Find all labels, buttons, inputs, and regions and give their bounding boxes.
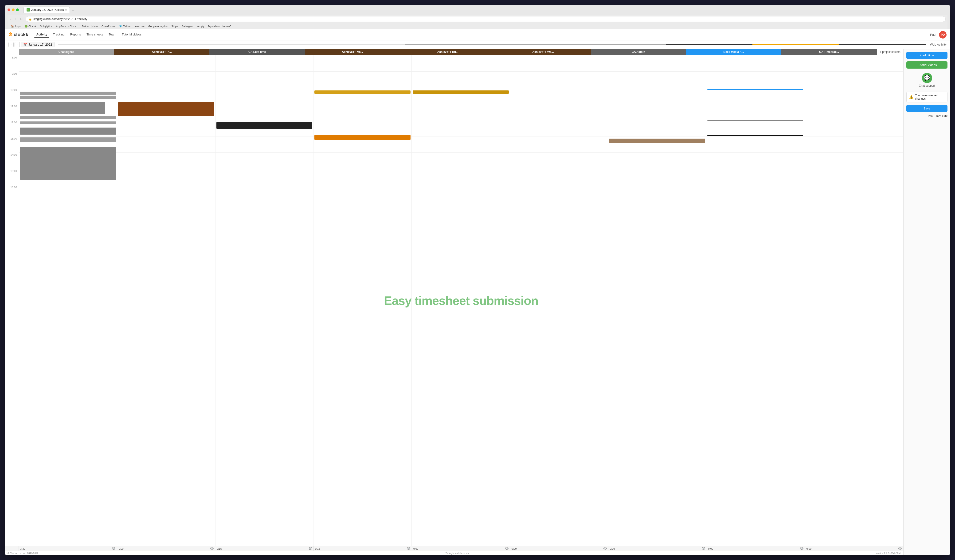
bottom-col-6: 0:00 💬: [608, 546, 707, 551]
block-ga-lost-1[interactable]: [216, 122, 313, 129]
block-ga-admin-1[interactable]: [609, 139, 705, 143]
total-unassigned: 3:30: [20, 547, 25, 550]
block-bexx-2[interactable]: [707, 120, 803, 120]
time-label-1000: 10:00: [5, 88, 19, 104]
tab-reports[interactable]: Reports: [68, 32, 83, 38]
logo-text: clockk: [14, 32, 28, 38]
bookmark-appsumo[interactable]: AppSumo - Clock...: [55, 24, 80, 28]
time-label-1200: 12:00: [5, 120, 19, 136]
user-name: Paul: [930, 33, 936, 36]
block-unassigned-5[interactable]: [20, 122, 116, 124]
footer: © Clockk.com Inc. 2017-2022 ? - keyboard…: [5, 551, 903, 555]
forward-button[interactable]: ›: [14, 17, 17, 21]
bookmark-openphone[interactable]: OpenPhone: [100, 24, 117, 28]
version-text: version 2.7.6+76de00fd: [876, 552, 900, 555]
tab-team[interactable]: Team: [106, 32, 119, 38]
time-label-800: 8:00: [5, 55, 19, 71]
total-achieve-bu: 0:00: [413, 547, 418, 550]
timeline-scroll[interactable]: 8:00 9:00 10:00 11:00 12:00 13:00 14:00 …: [5, 55, 903, 546]
grid-col-achieve-ma: [313, 55, 412, 546]
user-avatar[interactable]: PD: [939, 31, 947, 39]
block-unassigned-6[interactable]: [20, 128, 116, 135]
unsaved-changes-notice: ⚠️ You have unsaved changes: [906, 92, 947, 102]
header-right: Paul PD: [930, 31, 947, 39]
right-sidebar: + add time Tutorial videos 💬 Chat suppor…: [903, 49, 950, 555]
block-achieve-ma-1[interactable]: [315, 91, 410, 94]
block-unassigned-1[interactable]: [20, 92, 116, 95]
add-project-column[interactable]: + project column: [877, 49, 903, 55]
bottom-col-2: 0:15 💬: [215, 546, 313, 551]
total-achieve-ma: 0:15: [315, 547, 320, 550]
bookmark-shittylytics[interactable]: Shittylytics: [39, 24, 53, 28]
tab-favicon: 🟢: [27, 8, 30, 11]
bookmark-better-uptime[interactable]: Better Uptime: [81, 24, 99, 28]
close-traffic-light[interactable]: [8, 8, 10, 11]
grid-col-unassigned: [19, 55, 117, 546]
prev-date-button[interactable]: ‹: [8, 42, 14, 47]
clockk-bm-icon: 🟢: [24, 25, 28, 28]
columns-scroll: Unassigned Achieve++ Pl... GA Lost time …: [19, 49, 903, 55]
browser-tab[interactable]: 🟢 January 17, 2022 | Clockk ×: [23, 6, 70, 13]
twitter-icon: 🐦: [119, 25, 122, 28]
back-button[interactable]: ‹: [9, 17, 13, 21]
refresh-button[interactable]: ↻: [19, 17, 24, 21]
block-unassigned-7[interactable]: [20, 138, 116, 142]
bottom-col-3: 0:15 💬: [314, 546, 412, 551]
col-header-ga-admin: GA Admin: [591, 49, 686, 55]
block-unassigned-3[interactable]: [20, 102, 105, 114]
calendar-icon: 📅: [23, 43, 27, 46]
bookmark-apps[interactable]: 🏠 Apps: [9, 24, 22, 28]
block-unassigned-4[interactable]: [20, 116, 116, 119]
warning-icon: ⚠️: [909, 95, 914, 99]
time-gutter-header: [5, 49, 19, 55]
address-bar[interactable]: 🔒 staging.clockk.com/day/2022-01-17/acti…: [26, 16, 946, 22]
grid-col-achieve-we: [510, 55, 608, 546]
maximize-traffic-light[interactable]: [16, 8, 19, 11]
total-ga-admin: 0:00: [610, 547, 615, 550]
grid-col-ga-lost: [215, 55, 313, 546]
block-unassigned-2[interactable]: [20, 95, 116, 99]
time-label-1500: 15:00: [5, 169, 19, 185]
traffic-lights: [8, 8, 19, 11]
tutorial-videos-button[interactable]: Tutorial videos: [906, 61, 947, 69]
block-bexx-3[interactable]: [707, 135, 803, 136]
bookmark-amply[interactable]: Amply: [196, 24, 206, 28]
total-time-value: 1:30: [942, 114, 947, 118]
grid-col-achieve-bu: [412, 55, 510, 546]
block-achieve-pl-1[interactable]: [118, 102, 214, 116]
tab-tracking[interactable]: Tracking: [50, 32, 67, 38]
bookmark-twitter[interactable]: 🐦 Twitter: [118, 24, 132, 28]
date-display[interactable]: 📅 January 17, 2022: [21, 42, 55, 47]
block-achieve-bu-1[interactable]: [413, 91, 509, 94]
block-bexx-1[interactable]: [707, 89, 803, 90]
bookmark-intercom[interactable]: Intercom: [133, 24, 146, 28]
date-navigation: ‹ › 📅 January 17, 2022: [8, 42, 55, 47]
tab-timesheets[interactable]: Time sheets: [84, 32, 105, 38]
total-achieve-we: 0:00: [512, 547, 517, 550]
bookmark-stripe[interactable]: Stripe: [170, 24, 180, 28]
new-tab-button[interactable]: +: [70, 8, 76, 13]
chat-support-section[interactable]: 💬 Chat support: [906, 71, 947, 89]
tab-activity[interactable]: Activity: [34, 32, 50, 38]
tab-close-icon[interactable]: ×: [65, 8, 67, 11]
copyright-text: © Clockk.com Inc. 2017-2022: [8, 552, 38, 555]
bottom-bar: 3:30 💬 1:00 💬 0:15 💬 0:15 💬: [5, 546, 903, 551]
minimize-traffic-light[interactable]: [12, 8, 14, 11]
block-achieve-ma-2[interactable]: [315, 135, 410, 140]
bookmarks-bar: 🏠 Apps 🟢 Clockk Shittylytics AppSumo - C…: [8, 23, 947, 29]
save-button[interactable]: Save: [906, 105, 947, 112]
bottom-col-1: 1:00 💬: [117, 546, 215, 551]
grid-col-bexx: [706, 55, 805, 546]
block-unassigned-8[interactable]: [20, 147, 116, 180]
bookmark-google-analytics[interactable]: Google Analytics: [147, 24, 169, 28]
total-ga-lost: 0:15: [217, 547, 222, 550]
tab-tutorial[interactable]: Tutorial videos: [119, 32, 144, 38]
bookmark-clockk[interactable]: 🟢 Clockk: [23, 24, 38, 28]
main-content: Unassigned Achieve++ Pl... GA Lost time …: [5, 49, 950, 555]
add-time-button[interactable]: + add time: [906, 52, 947, 59]
next-date-button[interactable]: ›: [14, 42, 20, 47]
col-header-unassigned: Unassigned: [19, 49, 114, 55]
bottom-col-0: 3:30 💬: [19, 546, 117, 551]
bookmark-lumen5[interactable]: My videos | Lumen5: [207, 24, 233, 28]
bookmark-salesgear[interactable]: Salesgear: [180, 24, 195, 28]
